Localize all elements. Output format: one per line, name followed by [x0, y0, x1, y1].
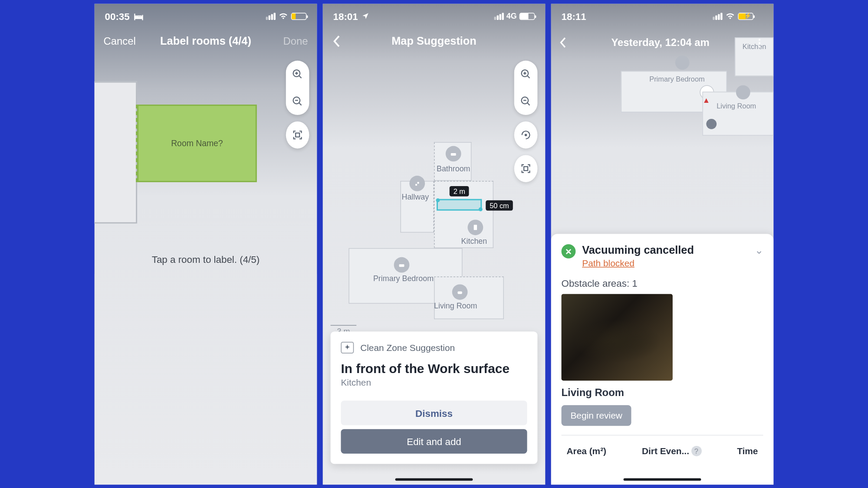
room-label-hallway: Hallway — [402, 192, 429, 201]
nav-header: Yesterday, 12:04 am ⋮ — [551, 28, 774, 57]
back-button[interactable] — [332, 35, 369, 48]
stat-area: Area (m²) — [566, 445, 606, 456]
card-header-label: Clean Zone Suggestion — [360, 342, 455, 353]
room-name-placeholder: Room Name? — [171, 138, 223, 148]
dismiss-button[interactable]: Dismiss — [341, 400, 527, 425]
svg-line-1 — [299, 75, 302, 78]
zoom-out-button[interactable] — [514, 88, 538, 115]
zoom-out-button[interactable] — [286, 88, 309, 115]
wifi-icon — [725, 12, 736, 20]
svg-point-24 — [417, 182, 419, 183]
nav-header: Cancel Label rooms (4/4) Done — [95, 28, 317, 54]
more-button[interactable]: ⋮ — [754, 36, 766, 48]
battery-icon — [291, 12, 307, 19]
map-hint-text: Tap a room to label. (4/5) — [95, 247, 317, 274]
help-icon[interactable]: ? — [691, 445, 701, 456]
sofa-icon — [452, 284, 468, 300]
location-icon — [362, 12, 370, 20]
phone-label-rooms: 00:35 🛏 Cancel Label rooms (4/4) Done — [95, 3, 317, 485]
clean-zone-highlight[interactable] — [437, 199, 482, 210]
cancelled-icon: ✕ — [562, 244, 576, 259]
card-title: In front of the Work surface — [341, 361, 527, 376]
zone-width-tag: 2 m — [450, 186, 469, 196]
svg-rect-26 — [399, 264, 404, 267]
zone-height-tag: 50 cm — [486, 200, 513, 210]
path-blocked-link[interactable]: Path blocked — [582, 258, 635, 268]
zoom-in-button[interactable] — [286, 60, 309, 88]
zoom-controls — [514, 60, 538, 182]
status-title: Vacuuming cancelled — [582, 244, 748, 257]
recenter-button[interactable] — [514, 155, 538, 182]
stats-row: Area (m²) Dirt Even... ? Time — [562, 435, 763, 456]
obstacle-count: Obstacle areas: 1 — [562, 278, 763, 288]
room-label-living-room: Living Room — [717, 102, 756, 110]
sofa-icon — [736, 85, 750, 99]
svg-point-20 — [525, 134, 526, 135]
fridge-icon — [467, 219, 483, 235]
unlabeled-room[interactable]: Room Name? — [137, 105, 257, 182]
edit-add-button[interactable]: Edit and add — [341, 429, 527, 454]
page-title: Map Suggestion — [369, 35, 499, 48]
svg-rect-21 — [524, 167, 528, 170]
room-label-living-room: Living Room — [434, 301, 477, 310]
footsteps-icon — [409, 176, 425, 191]
rotate-button[interactable] — [514, 121, 538, 148]
svg-rect-7 — [296, 133, 299, 137]
charge-bolt-icon: ⚡ — [744, 13, 751, 19]
status-bar: 00:35 🛏 — [95, 3, 317, 28]
cancel-button[interactable]: Cancel — [104, 35, 141, 47]
signal-icon — [713, 12, 722, 19]
obstacle-thumbnail[interactable] — [562, 294, 673, 380]
stat-dirt: Dirt Even... ? — [642, 445, 701, 456]
svg-rect-22 — [451, 153, 456, 155]
status-time: 18:11 — [562, 10, 586, 21]
warning-icon: ▲ — [702, 95, 710, 105]
svg-rect-27 — [457, 291, 462, 294]
phone-cleaning-history: 18:11 ⚡ Yesterday, 12:04 am ⋮ Kitchen — [551, 3, 774, 485]
status-bar: 18:01 4G — [323, 3, 546, 28]
home-indicator[interactable] — [395, 478, 473, 481]
bed-icon — [446, 146, 461, 161]
done-button[interactable]: Done — [270, 35, 308, 47]
room-label-bathroom: Bathroom — [437, 164, 470, 173]
home-indicator[interactable] — [624, 478, 701, 481]
room-label-primary-bedroom: Primary Bedroom — [373, 274, 434, 283]
status-bar: 18:11 ⚡ — [551, 3, 774, 28]
nav-header: Map Suggestion — [323, 28, 546, 54]
back-button[interactable] — [559, 36, 567, 48]
status-time: 00:35 — [105, 10, 130, 21]
signal-icon — [494, 12, 504, 19]
zoom-in-button[interactable] — [514, 60, 538, 88]
sparkle-icon — [341, 341, 354, 353]
bed-icon — [675, 55, 690, 69]
bed-icon — [394, 257, 410, 272]
card-subtitle: Kitchen — [341, 377, 527, 387]
battery-icon — [519, 12, 535, 19]
svg-rect-25 — [474, 225, 477, 230]
floor-map[interactable]: Room Name? lway — [95, 54, 304, 274]
room-living-room[interactable] — [434, 276, 504, 319]
network-label: 4G — [506, 11, 517, 20]
obstacle-room-name: Living Room — [562, 387, 763, 399]
svg-line-5 — [299, 103, 302, 105]
bed-icon: 🛏 — [134, 10, 143, 21]
svg-line-18 — [527, 103, 530, 105]
stat-time: Time — [737, 445, 758, 456]
status-time: 18:01 — [333, 10, 358, 21]
clean-zone-card: Clean Zone Suggestion In front of the Wo… — [331, 331, 538, 464]
chevron-down-icon[interactable]: ⌄ — [755, 244, 763, 256]
room-outline — [95, 81, 137, 223]
room-label-kitchen: Kitchen — [461, 236, 487, 246]
history-panel: ✕ Vacuuming cancelled Path blocked ⌄ Obs… — [551, 234, 774, 485]
room-label-primary-bedroom: Primary Bedroom — [649, 75, 705, 82]
phone-map-suggestion: 18:01 4G Map Suggestion — [323, 3, 546, 485]
svg-point-23 — [415, 183, 417, 185]
wifi-icon — [278, 12, 289, 20]
signal-icon — [266, 12, 276, 19]
begin-review-button[interactable]: Begin review — [562, 405, 631, 426]
zoom-controls — [286, 60, 309, 148]
svg-line-14 — [527, 75, 530, 78]
page-title: Label rooms (4/4) — [141, 35, 270, 48]
page-title: Yesterday, 12:04 am — [566, 36, 754, 48]
recenter-button[interactable] — [286, 121, 309, 148]
